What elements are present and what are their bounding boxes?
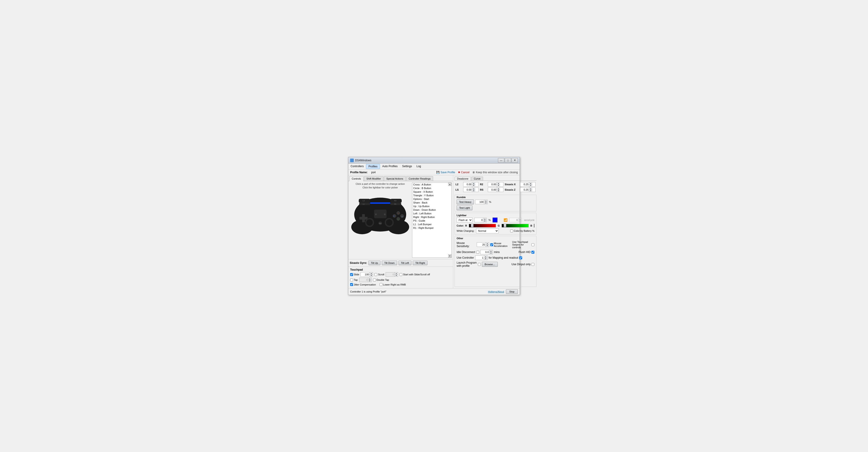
close-button[interactable]: ✕ — [512, 158, 518, 163]
tap-label[interactable]: Tap — [350, 279, 358, 282]
list-item[interactable]: R1 : Right Bumper — [412, 226, 452, 230]
sixaxis-z-increment[interactable]: ▲ — [529, 188, 532, 190]
sixaxis-x-increment[interactable]: ▲ — [529, 182, 532, 185]
sixaxis-x-spinbox[interactable]: ▲ ▼ — [520, 182, 536, 187]
test-light-button[interactable]: Test Light — [457, 205, 472, 210]
lower-right-checkbox[interactable] — [379, 283, 382, 286]
scroll-down-button[interactable]: ▼ — [448, 254, 452, 258]
sixaxis-z-spinbox[interactable]: ▲ ▼ — [520, 188, 536, 192]
menu-item-profiles[interactable]: Profiles — [366, 164, 380, 169]
idle-spinbox[interactable]: ▲ ▼ — [480, 250, 493, 254]
list-item[interactable]: Right : Right Button — [412, 215, 452, 219]
heavy-increment[interactable]: ▲ — [484, 200, 487, 202]
list-item[interactable]: Cross : A Button — [412, 183, 452, 186]
controller-image[interactable]: ✕ ○ □ △ — [350, 190, 411, 235]
start-slide-label[interactable]: Start with Slide/Scroll off — [399, 273, 430, 276]
jitter-checkbox[interactable] — [350, 283, 353, 286]
tap-decrement[interactable]: ▼ — [368, 280, 371, 282]
touchpad-swipes-checkbox[interactable] — [531, 243, 534, 246]
save-profile-button[interactable]: 💾 Save Profile — [436, 171, 455, 174]
jitter-label[interactable]: Jitter Compensation — [350, 283, 376, 286]
scroll-up-button[interactable]: ▲ — [448, 183, 452, 186]
mouse-sensitivity-spinbox[interactable]: ▲ ▼ — [477, 243, 489, 247]
rs-value[interactable] — [488, 188, 497, 192]
mouse-sensitivity-decrement[interactable]: ▼ — [486, 245, 489, 247]
l2-spinbox[interactable]: ▲ ▼ — [463, 182, 479, 187]
tab-deadzone[interactable]: Deadzone — [455, 176, 471, 181]
secs-value[interactable] — [509, 218, 518, 222]
mouse-sensitivity-value[interactable] — [477, 243, 486, 247]
idle-increment[interactable]: ▲ — [489, 250, 493, 252]
r2-spinbox[interactable]: ▲ ▼ — [488, 182, 503, 187]
list-item[interactable]: Up : Up Button — [412, 204, 452, 208]
sixaxis-x-decrement[interactable]: ▼ — [529, 185, 532, 187]
hotkeys-link[interactable]: Hotkeys/About — [488, 290, 504, 293]
ls-increment[interactable]: ▲ — [472, 188, 475, 190]
sixaxis-x-value[interactable] — [520, 182, 529, 186]
l2-increment[interactable]: ▲ — [472, 182, 475, 185]
secs-spinbox[interactable]: ▲ ▼ — [509, 218, 522, 222]
rs-increment[interactable]: ▲ — [497, 188, 500, 190]
tab-controls[interactable]: Controls — [349, 176, 364, 181]
red-slider[interactable] — [469, 224, 496, 227]
cancel-button[interactable]: ✖ Cancel — [458, 171, 469, 174]
scroll-label[interactable]: Scroll — [374, 273, 384, 276]
slide-value[interactable] — [361, 272, 369, 277]
double-tap-label[interactable]: Double Tap — [373, 279, 389, 282]
heavy-spinbox[interactable]: ▲ ▼ — [475, 200, 488, 204]
controller-increment[interactable]: ▲ — [484, 256, 487, 258]
scroll-increment[interactable]: ▲ — [395, 272, 398, 275]
browse-button[interactable]: Browse... — [482, 262, 498, 267]
idle-decrement[interactable]: ▼ — [489, 252, 493, 254]
tilt-down-button[interactable]: Tilt Down — [382, 261, 397, 265]
slide-checkbox[interactable] — [350, 273, 353, 276]
maximize-button[interactable]: □ — [505, 158, 511, 163]
rs-decrement[interactable]: ▼ — [497, 190, 500, 192]
r2-increment[interactable]: ▲ — [497, 182, 500, 185]
controller-value[interactable] — [475, 256, 484, 260]
list-item[interactable]: Options : Start — [412, 197, 452, 201]
slide-increment[interactable]: ▲ — [370, 272, 373, 275]
mouse-accel-label[interactable]: Mouse Acceleration — [490, 242, 512, 247]
scroll-decrement[interactable]: ▼ — [395, 275, 398, 277]
lower-right-label[interactable]: Lower Right as RMB — [379, 283, 406, 286]
slide-decrement[interactable]: ▼ — [370, 275, 373, 277]
tab-special-actions[interactable]: Special Actions — [384, 176, 406, 181]
secs-decrement[interactable]: ▼ — [518, 220, 522, 222]
tilt-right-button[interactable]: Tilt Right — [413, 261, 428, 265]
ls-value[interactable] — [463, 188, 472, 192]
flash-increment[interactable]: ▲ — [483, 218, 487, 220]
list-item[interactable]: Triangle : Y Button — [412, 194, 452, 197]
rs-spinbox[interactable]: ▲ ▼ — [488, 188, 503, 192]
stop-button[interactable]: Stop — [506, 289, 518, 294]
slide-spinbox[interactable]: ▲ ▼ — [361, 272, 373, 277]
secs-increment[interactable]: ▲ — [518, 218, 522, 220]
list-item[interactable]: L1 : Left Bumper — [412, 223, 452, 226]
list-item[interactable]: PS : Guide — [412, 219, 452, 223]
color-battery-label[interactable]: Color by Battery % — [510, 229, 535, 232]
flash-decrement[interactable]: ▼ — [483, 220, 487, 222]
tab-shift-modifier[interactable]: Shift Modifier — [364, 176, 383, 181]
r2-decrement[interactable]: ▼ — [497, 185, 500, 187]
start-slide-checkbox[interactable] — [399, 273, 402, 276]
flash-value[interactable] — [474, 218, 483, 222]
controller-spinbox[interactable]: ▲ ▼ — [475, 256, 488, 260]
sixaxis-z-value[interactable] — [520, 188, 529, 192]
tab-controller-readings[interactable]: Controller Readings — [406, 176, 433, 181]
ls-spinbox[interactable]: ▲ ▼ — [463, 188, 479, 192]
tap-spinbox[interactable]: ▲ ▼ — [359, 278, 372, 282]
r2-value[interactable] — [488, 182, 497, 186]
tap-checkbox[interactable] — [350, 279, 353, 282]
idle-disconnect-checkbox[interactable] — [476, 251, 479, 254]
heavy-value[interactable] — [475, 200, 484, 204]
use-dinput-checkbox[interactable] — [531, 263, 534, 266]
tap-increment[interactable]: ▲ — [368, 278, 371, 280]
list-item[interactable]: Left : Left Button — [412, 212, 452, 215]
list-item[interactable]: Down : Down Button — [412, 208, 452, 212]
test-heavy-button[interactable]: Test Heavy — [457, 199, 474, 204]
charging-select[interactable]: Normal — [476, 228, 499, 233]
ls-decrement[interactable]: ▼ — [472, 190, 475, 192]
tilt-up-button[interactable]: Tilt Up — [368, 261, 380, 265]
sixaxis-z-decrement[interactable]: ▼ — [529, 190, 532, 192]
controller-decrement[interactable]: ▼ — [484, 258, 487, 260]
